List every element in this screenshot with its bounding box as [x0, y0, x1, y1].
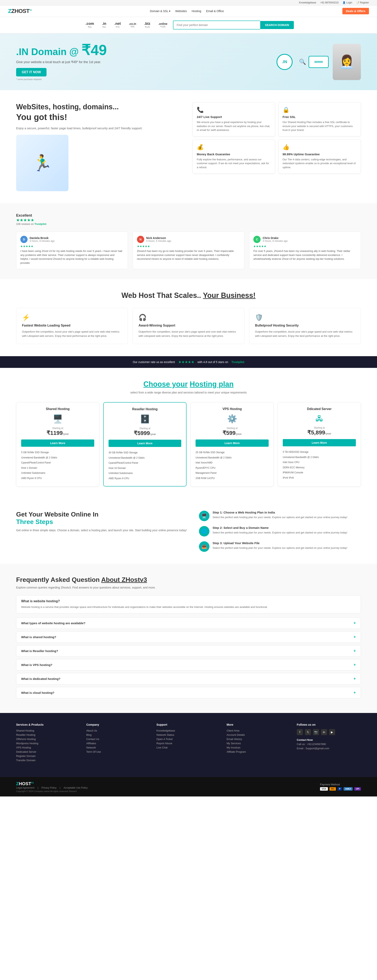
- plan-dedicated-features: 5 TB HDD/SSD Storage Unmetered Bandwidth…: [283, 450, 356, 480]
- footer-link-ticket[interactable]: Open A Ticket: [157, 738, 220, 741]
- footer-link-email-history[interactable]: Email History: [227, 738, 291, 741]
- hosting-section: Choose your Hosting plan select from a w…: [0, 368, 377, 499]
- faq-item-1[interactable]: What is shared hosting? +: [16, 631, 361, 643]
- instagram-icon[interactable]: 📷: [313, 729, 319, 735]
- scales-grid: ⚡ Fastest Website Loading Speed Outperfo…: [16, 308, 361, 344]
- plan-shared-name: Shared Hosting: [21, 407, 94, 411]
- plan-reseller-features: 30 GB NVMe SSD Storage Unmetered Bandwid…: [109, 450, 181, 481]
- deals-button[interactable]: Deals & Offers: [342, 8, 369, 14]
- footer-link-reseller[interactable]: Reseller Hosting: [16, 733, 80, 737]
- step-2-icon: 🌐: [199, 526, 209, 536]
- avatar-2: C: [253, 236, 261, 243]
- feature-uptime-desc: Our Tier-4 data centers, cutting-edge te…: [282, 158, 356, 169]
- tld-online[interactable]: .online ₹186: [156, 21, 170, 29]
- footer-grid: Services & Products Shared Hosting Resel…: [16, 723, 361, 763]
- nav-domain-ssl[interactable]: Domain & SSL ▾: [150, 10, 170, 13]
- scale-card-security: 🛡️ Bulletproof Hosting Security Outperfo…: [249, 308, 361, 344]
- footer-link-offshore[interactable]: Offshore Hosting: [16, 738, 80, 741]
- footer-link-network[interactable]: Network: [86, 746, 150, 749]
- step-2-desc: Select the perfect web hosting plan for …: [213, 531, 347, 535]
- phone-number: +91-9876543210: [320, 1, 339, 4]
- hosting-plans-grid: Shared Hosting 🖥️ Starting at ₹1199/year…: [16, 402, 361, 487]
- payment-icons: VISA MC P AMEX UPI: [320, 787, 361, 791]
- footer-link-transfer-domain[interactable]: Transfer Domain: [16, 759, 80, 762]
- knowledgebase-link[interactable]: Knowledgebase: [299, 1, 316, 4]
- footer-link-about[interactable]: About Us: [86, 729, 150, 732]
- tld-in[interactable]: .in ₹41: [100, 21, 109, 29]
- footer-link-invoices[interactable]: My Invoices: [227, 746, 291, 749]
- faq-item-3[interactable]: What is VPS hosting? +: [16, 659, 361, 671]
- legal-agreement-link[interactable]: Legal Agreement: [16, 786, 35, 789]
- feature-ssl-desc: Our Shared Hosting Plan includes a free …: [282, 120, 356, 132]
- visa-icon: VISA: [320, 787, 328, 791]
- register-link[interactable]: 📝 Register: [356, 1, 369, 4]
- excellent-label: Excellent ★★★★★ 108 reviews on Trustpilo…: [16, 213, 46, 226]
- acceptable-use-link[interactable]: Acceptable Use Policy: [63, 786, 88, 789]
- footer-social: f 𝕏 📷 in ▶: [297, 729, 361, 735]
- footer-link-register-domain[interactable]: Register Domain: [16, 754, 80, 757]
- footer-services-title: Services & Products: [16, 723, 80, 726]
- linkedin-icon[interactable]: in: [321, 729, 327, 735]
- footer-link-blog[interactable]: Blog: [86, 733, 150, 737]
- hero-cta-button[interactable]: GET IT NOW: [16, 68, 46, 76]
- footer-link-affiliate-prog[interactable]: Affiliate Program: [227, 750, 291, 753]
- nav-hosting[interactable]: Hosting: [192, 10, 201, 13]
- plan-dedicated-learnmore[interactable]: Learn More: [283, 439, 356, 446]
- faq-item-0[interactable]: What types of website hosting are availa…: [16, 617, 361, 629]
- tld-biz[interactable]: .biz ₹120: [142, 21, 153, 29]
- tld-co-in[interactable]: .co.in ₹90: [127, 21, 139, 29]
- domain-search-input[interactable]: [173, 21, 260, 29]
- domain-search-box: SEARCH DOMAIN: [173, 21, 294, 29]
- faq-item-2[interactable]: What is Reseller hosting? +: [16, 645, 361, 657]
- testimonials-grid: D Daniela Brook 4 Hours, 8 minutes ago ★…: [16, 232, 361, 269]
- footer-link-abuse[interactable]: Report Abuse: [157, 742, 220, 745]
- scale-security-title: Bulletproof Hosting Security: [255, 324, 355, 327]
- logo[interactable]: ZZHOSTV3: [8, 8, 32, 14]
- domain-search-button[interactable]: SEARCH DOMAIN: [260, 21, 294, 29]
- feature-card-ssl: 🔒 Free SSL Our Shared Hosting Plan inclu…: [278, 102, 361, 136]
- rating-text: Our customer rate us as excellent: [133, 360, 175, 364]
- scale-security-desc: Outperform the competition, boost your s…: [255, 330, 355, 338]
- nav-websites[interactable]: Websites: [175, 10, 187, 13]
- footer-link-my-services[interactable]: My Services: [227, 742, 291, 745]
- runner-image: 🏃‍♂️: [16, 135, 68, 191]
- footer-link-livechat[interactable]: Live Chat: [157, 746, 220, 749]
- plan-vps-learnmore[interactable]: Learn More: [196, 439, 269, 447]
- footer-link-dedicated[interactable]: Dedicated Server: [16, 750, 80, 753]
- tld-com[interactable]: .com ₹81: [83, 21, 97, 29]
- footer-link-vps[interactable]: VPS Hosting: [16, 746, 80, 749]
- nav-email-office[interactable]: Email & Office: [206, 10, 224, 13]
- twitter-icon[interactable]: 𝕏: [305, 729, 311, 735]
- facebook-icon[interactable]: f: [297, 729, 303, 735]
- faq-subtitle: Explore common queries regarding Zhostv3…: [16, 586, 361, 589]
- footer-link-terms[interactable]: Term Of Use: [86, 750, 150, 753]
- footer-logo-bottom: ZHOSTV3: [16, 781, 88, 786]
- faq-item-5[interactable]: What is cloud hosting? +: [16, 687, 361, 698]
- faq-toggle-5: +: [353, 690, 356, 695]
- faq-item-4[interactable]: What is dedicated hosting? +: [16, 673, 361, 684]
- footer-link-shared[interactable]: Shared Hosting: [16, 729, 80, 732]
- rating-stars: ★★★★★: [178, 360, 194, 364]
- tld-net[interactable]: .net ₹75: [112, 21, 123, 29]
- scale-speed-title: Fastest Website Loading Speed: [22, 324, 122, 327]
- footer-link-account[interactable]: Account Details: [227, 733, 291, 737]
- ssl-icon: 🔒: [282, 107, 356, 113]
- footer-link-wordpress[interactable]: Wordpress Hosting: [16, 742, 80, 745]
- footer-link-network-status[interactable]: Network Status: [157, 733, 220, 737]
- youtube-icon[interactable]: ▶: [329, 729, 335, 735]
- footer-legal: Legal Agreement | Privacy Policy | Accep…: [16, 786, 88, 789]
- plan-reseller-learnmore[interactable]: Learn More: [109, 440, 181, 447]
- login-link[interactable]: 👤 Login: [342, 1, 352, 4]
- plan-vps-features: 25 GB NVMe SSD Storage Unmetered Bandwid…: [196, 450, 269, 481]
- footer-link-kb[interactable]: Knowledgebase: [157, 729, 220, 732]
- step-2-content: Step 2: Select and Buy a Domain Name Sel…: [213, 526, 347, 535]
- privacy-policy-link[interactable]: Privacy Policy: [41, 786, 57, 789]
- footer-link-affiliates[interactable]: Affiliates: [86, 742, 150, 745]
- footer-link-contact[interactable]: Contact Us: [86, 738, 150, 741]
- step-1-content: Step 1: Choose a Web Hosting Plan in Ind…: [213, 511, 347, 519]
- plan-shared-learnmore[interactable]: Learn More: [21, 439, 94, 447]
- feature-card-uptime: 👍 99.99% Uptime Guarantee Our Tier-4 dat…: [278, 140, 361, 173]
- footer-link-client-area[interactable]: Client Area: [227, 729, 291, 732]
- scale-speed-desc: Outperform the competition, boost your s…: [22, 330, 122, 338]
- footer-support-title: Support: [157, 723, 220, 726]
